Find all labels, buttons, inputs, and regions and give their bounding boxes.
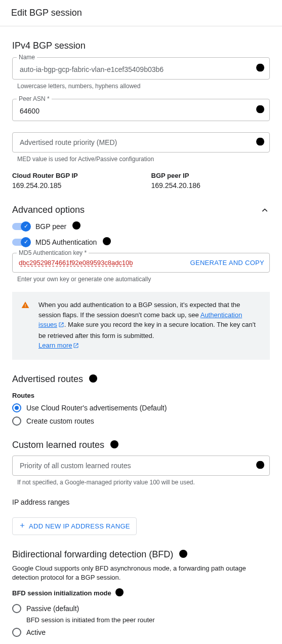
- bgp-peer-ip-value: 169.254.20.186: [151, 181, 270, 190]
- page-title: Edit BGP session: [0, 0, 282, 26]
- name-field[interactable]: Name: [12, 57, 270, 80]
- help-icon[interactable]: [115, 588, 124, 598]
- bfd-title: Bidirectional forwarding detection (BFD): [12, 549, 173, 560]
- help-icon[interactable]: [72, 221, 80, 231]
- peer-asn-input[interactable]: [19, 106, 249, 116]
- plus-icon: [19, 522, 26, 531]
- radio-icon: [12, 628, 21, 637]
- md5-key-hint: Enter your own key or generate one autom…: [17, 276, 270, 283]
- help-icon[interactable]: [256, 105, 264, 115]
- radio-icon: [12, 403, 21, 412]
- routes-default-label: Use Cloud Router's advertisements (Defau…: [26, 404, 167, 412]
- priority-hint: If not specified, a Google-managed prior…: [17, 479, 270, 486]
- routes-default-radio[interactable]: Use Cloud Router's advertisements (Defau…: [12, 403, 270, 412]
- cloud-router-ip-label: Cloud Router BGP IP: [12, 172, 131, 179]
- bfd-passive-radio[interactable]: Passive (default): [12, 604, 270, 613]
- custom-learned-routes-title: Custom learned routes: [12, 440, 104, 450]
- help-icon[interactable]: [110, 440, 118, 450]
- help-icon[interactable]: [103, 237, 111, 247]
- bfd-active-label: Active: [26, 628, 46, 636]
- bfd-active-radio[interactable]: Active: [12, 628, 270, 637]
- bgp-peer-toggle[interactable]: ✓: [12, 223, 29, 230]
- cloud-router-ip-value: 169.254.20.185: [12, 181, 131, 190]
- external-link-icon: [73, 342, 79, 352]
- name-input[interactable]: [19, 65, 249, 74]
- peer-asn-label: Peer ASN *: [17, 95, 52, 102]
- help-icon[interactable]: [179, 550, 187, 559]
- md5-auth-toggle-label: MD5 Authentication: [35, 238, 97, 246]
- bgp-peer-toggle-label: BGP peer: [35, 222, 66, 231]
- routes-custom-label: Create custom routes: [26, 417, 94, 425]
- md5-key-label: MD5 Authentication key *: [17, 249, 89, 256]
- bgp-peer-ip-label: BGP peer IP: [151, 172, 270, 179]
- warning-text-2: . Make sure you record the key in a secu…: [38, 321, 256, 339]
- md5-key-input[interactable]: [18, 258, 186, 267]
- routes-custom-radio[interactable]: Create custom routes: [12, 416, 270, 426]
- add-ip-range-button[interactable]: ADD NEW IP ADDRESS RANGE: [12, 517, 137, 535]
- external-link-icon: [58, 321, 64, 331]
- chevron-up-icon[interactable]: [260, 205, 270, 215]
- help-icon[interactable]: [89, 374, 97, 384]
- priority-field[interactable]: [12, 456, 270, 476]
- radio-icon: [12, 604, 21, 613]
- help-icon[interactable]: [256, 461, 264, 470]
- med-field[interactable]: [12, 132, 270, 153]
- ip-ranges-title: IP address ranges: [12, 498, 270, 506]
- advertised-routes-title: Advertised routes: [12, 374, 83, 385]
- radio-icon: [12, 416, 21, 426]
- bfd-passive-sublabel: BFD session is initiated from the peer r…: [26, 616, 270, 624]
- warning-icon: [21, 301, 29, 352]
- med-input[interactable]: [19, 138, 249, 147]
- bfd-passive-label: Passive (default): [26, 604, 79, 613]
- auth-warning-box: When you add authentication to a BGP ses…: [12, 292, 270, 360]
- name-hint: Lowercase letters, numbers, hyphens allo…: [17, 83, 270, 90]
- md5-auth-toggle[interactable]: ✓: [12, 239, 29, 246]
- md5-key-field[interactable]: MD5 Authentication key * GENERATE AND CO…: [12, 253, 270, 273]
- generate-and-copy-button[interactable]: GENERATE AND COPY: [190, 259, 264, 267]
- bfd-description: Google Cloud supports only BFD asynchron…: [12, 564, 270, 582]
- ipv4-section-title: IPv4 BGP session: [12, 41, 270, 51]
- bfd-mode-label: BFD session initialization mode: [12, 589, 111, 597]
- learn-more-link[interactable]: Learn more: [38, 342, 79, 349]
- advanced-options-title: Advanced options: [12, 205, 85, 215]
- med-hint: MED value is used for Active/Passive con…: [17, 156, 270, 163]
- priority-input[interactable]: [19, 461, 249, 470]
- routes-label: Routes: [12, 392, 270, 399]
- name-label: Name: [17, 54, 37, 61]
- peer-asn-field[interactable]: Peer ASN *: [12, 99, 270, 121]
- add-ip-range-label: ADD NEW IP ADDRESS RANGE: [29, 522, 130, 530]
- help-icon[interactable]: [256, 64, 264, 73]
- help-icon[interactable]: [256, 138, 264, 147]
